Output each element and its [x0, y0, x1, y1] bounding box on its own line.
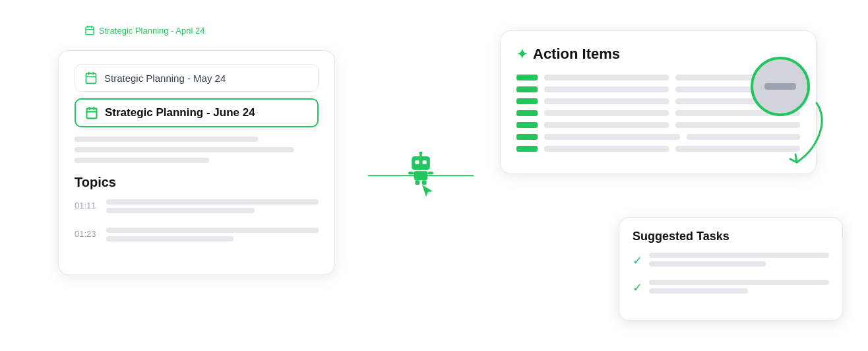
check-icon-2: ✓: [633, 280, 642, 295]
svg-rect-0: [86, 27, 94, 35]
center-connector: [368, 152, 474, 199]
left-area: Strategic Planning - April 24 Strategic …: [38, 17, 342, 334]
svg-rect-4: [86, 73, 96, 83]
action-sk: [544, 110, 669, 116]
main-card: Strategic Planning - May 24 Strategic Pl…: [58, 50, 335, 275]
action-bar: [516, 98, 538, 104]
svg-rect-17: [414, 171, 428, 180]
scene: Strategic Planning - April 24 Strategic …: [38, 17, 830, 334]
svg-rect-12: [412, 156, 430, 170]
svg-point-16: [419, 152, 422, 154]
action-row: [516, 122, 800, 128]
card-skeleton-group: [75, 137, 319, 163]
skeleton-line: [106, 228, 319, 233]
skeleton-line: [75, 158, 209, 163]
task-row-2: ✓: [633, 280, 829, 299]
svg-rect-8: [87, 108, 97, 118]
action-bar: [516, 86, 538, 92]
action-sk: [544, 86, 669, 92]
skeleton-line: [649, 261, 766, 267]
skeleton-line: [75, 137, 258, 142]
arrow-svg: [770, 96, 836, 176]
topic-row-1: 01:11: [75, 199, 319, 218]
action-sk: [544, 98, 669, 104]
ghost-label-text: Strategic Planning - April 24: [99, 26, 204, 36]
right-area: ✦ Action Items: [500, 17, 830, 334]
card-item-june-label: Strategic Planning - June 24: [105, 106, 255, 119]
sparkle-icon: ✦: [516, 46, 528, 62]
svg-rect-19: [427, 172, 433, 174]
action-bar: [516, 146, 538, 152]
task-row-1: ✓: [633, 253, 829, 272]
topic-lines-2: [106, 228, 319, 247]
task-lines-1: [649, 253, 829, 272]
action-title-row: ✦ Action Items: [516, 46, 800, 63]
action-sk: [544, 134, 680, 140]
card-item-may-label: Strategic Planning - May 24: [104, 73, 226, 84]
robot-svg: [401, 152, 441, 186]
check-icon-1: ✓: [633, 253, 642, 268]
action-bar: [516, 110, 538, 116]
topics-title: Topics: [75, 175, 319, 190]
action-sk: [544, 146, 669, 152]
card-item-june[interactable]: Strategic Planning - June 24: [75, 98, 319, 127]
action-row: [516, 146, 800, 152]
ghost-card-label: Strategic Planning - April 24: [84, 25, 204, 36]
action-sk: [544, 75, 669, 80]
skeleton-line: [106, 199, 319, 205]
topic-time-2: 01:23: [75, 229, 98, 239]
action-row: [516, 134, 800, 140]
robot-icon: [397, 152, 445, 199]
skeleton-line: [649, 288, 748, 294]
task-lines-2: [649, 280, 829, 299]
action-row: [516, 110, 800, 116]
svg-rect-18: [408, 172, 414, 174]
topic-row-2: 01:23: [75, 228, 319, 247]
suggested-title: Suggested Tasks: [633, 230, 829, 243]
skeleton-line: [106, 208, 255, 213]
skeleton-line: [649, 280, 829, 285]
action-bar: [516, 122, 538, 128]
skeleton-line: [75, 147, 294, 152]
skeleton-line: [649, 253, 829, 258]
magnify-inner: [764, 83, 796, 90]
cursor-svg: [418, 183, 437, 199]
action-sk: [544, 122, 669, 128]
action-title-text: Action Items: [533, 46, 620, 63]
action-bar: [516, 75, 538, 80]
action-bar: [516, 134, 538, 140]
svg-rect-14: [423, 160, 427, 164]
svg-rect-13: [415, 160, 419, 164]
topic-time-1: 01:11: [75, 201, 98, 210]
topic-lines-1: [106, 199, 319, 218]
suggested-card: Suggested Tasks ✓ ✓: [619, 217, 843, 321]
topics-section: Topics 01:11 01:23: [75, 175, 319, 247]
card-item-may[interactable]: Strategic Planning - May 24: [75, 64, 319, 92]
skeleton-line: [106, 236, 233, 241]
